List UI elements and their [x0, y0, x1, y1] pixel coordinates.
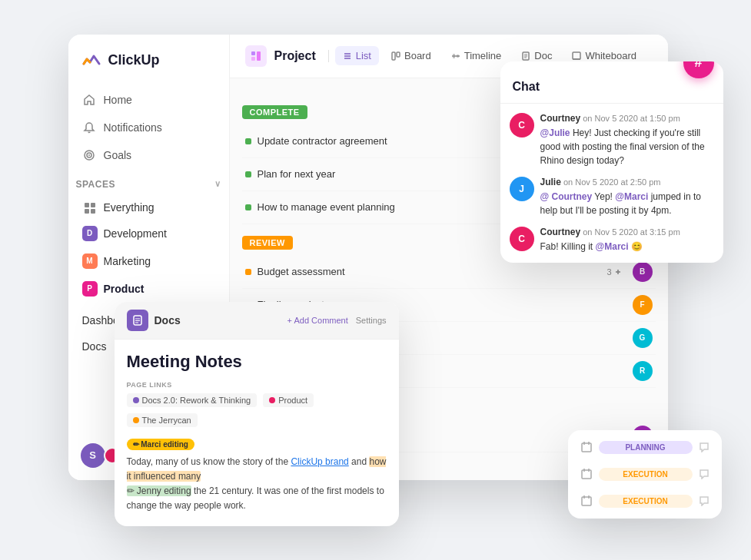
logo-area[interactable]: ClickUp: [68, 50, 229, 87]
sidebar-item-goals[interactable]: Goals: [75, 142, 223, 168]
tab-board-label: Board: [404, 50, 431, 61]
sprint-row: PLANNING: [574, 436, 716, 459]
docs-actions: + Add Comment Settings: [287, 316, 387, 325]
svg-rect-5: [85, 209, 89, 214]
svg-rect-36: [582, 497, 591, 505]
svg-rect-8: [251, 57, 255, 61]
avatar: R: [633, 361, 653, 381]
project-icon-box: [245, 45, 267, 67]
sidebar-item-home[interactable]: Home: [75, 87, 223, 113]
sprint-badge: EXECUTION: [599, 495, 693, 508]
tab-timeline[interactable]: Timeline: [444, 46, 510, 65]
app-container: ClickUp Home Notifications: [22, 19, 729, 542]
svg-rect-30: [582, 443, 591, 452]
tab-whiteboard-label: Whiteboard: [585, 50, 636, 61]
tab-list[interactable]: List: [335, 46, 379, 65]
sidebar-item-product[interactable]: P Product: [75, 276, 223, 302]
svg-rect-17: [457, 55, 459, 58]
chat-message: J Julie on Nov 5 2020 at 2:50 pm @ Court…: [510, 177, 714, 217]
sprint-panel: PLANNING EXECUTION EXECUTION: [568, 430, 722, 519]
sidebar-item-notifications[interactable]: Notifications: [75, 114, 223, 141]
tab-board[interactable]: Board: [384, 46, 439, 65]
docs-panel-header: Docs + Add Comment Settings: [115, 302, 399, 340]
chat-text: @Julie Hey! Just checking if you're stil…: [540, 126, 714, 167]
sidebar-item-everything[interactable]: Everything: [75, 194, 223, 220]
development-label: Development: [104, 227, 168, 240]
svg-rect-7: [251, 51, 255, 55]
page-link-dot: [269, 397, 275, 403]
page-link-item[interactable]: Product: [263, 393, 314, 407]
sidebar-goals-label: Goals: [104, 149, 132, 161]
page-links-label: PAGE LINKS: [127, 381, 387, 389]
goals-icon: [82, 148, 96, 162]
svg-point-2: [88, 154, 90, 156]
svg-rect-4: [91, 203, 95, 207]
sprint-row: EXECUTION: [574, 463, 716, 485]
sidebar-item-development[interactable]: D Development: [75, 220, 223, 247]
chat-message: C Courtney on Nov 5 2020 at 3:15 pm Fab!…: [510, 227, 714, 253]
spaces-chevron: ∨: [214, 179, 221, 189]
logo-text: ClickUp: [108, 52, 160, 68]
svg-rect-9: [257, 51, 261, 61]
docs-panel: Docs + Add Comment Settings Meeting Note…: [115, 302, 399, 526]
page-link-label: The Jerrycan: [142, 416, 191, 425]
chat-text: Fab! Killing it @Marci 😊: [540, 240, 680, 253]
page-link-item[interactable]: The Jerrycan: [127, 413, 198, 427]
product-label: Product: [104, 283, 145, 295]
calendar-icon: [580, 468, 593, 480]
page-link-item[interactable]: Docs 2.0: Rework & Thinking: [127, 393, 258, 407]
user-avatar-s: S: [81, 443, 105, 468]
page-links: Docs 2.0: Rework & Thinking Product The …: [127, 393, 387, 427]
chat-meta: Courtney on Nov 5 2020 at 1:50 pm: [540, 113, 714, 124]
avatar: G: [633, 328, 653, 348]
docs-header-title: Docs: [155, 314, 281, 326]
chat-msg-body: Julie on Nov 5 2020 at 2:50 pm @ Courtne…: [540, 177, 714, 217]
svg-rect-3: [85, 203, 89, 207]
docs-label: Docs: [82, 340, 107, 353]
svg-rect-33: [582, 470, 591, 479]
tab-timeline-label: Timeline: [464, 50, 502, 61]
svg-rect-22: [573, 52, 580, 59]
chat-meta: Courtney on Nov 5 2020 at 3:15 pm: [540, 227, 680, 237]
everything-icon: [82, 200, 98, 215]
comment-icon: [699, 469, 709, 479]
sprint-row: EXECUTION: [574, 490, 716, 512]
add-comment-btn[interactable]: + Add Comment: [287, 316, 348, 325]
task-dot: [245, 138, 251, 144]
spaces-header: Spaces ∨: [68, 170, 229, 194]
svg-rect-16: [453, 54, 455, 58]
tab-list-label: List: [356, 50, 371, 61]
docs-settings-btn[interactable]: Settings: [356, 316, 387, 325]
calendar-icon: [580, 495, 593, 507]
docs-title: Meeting Notes: [127, 352, 387, 372]
chat-text: @ Courtney Yep! @Marci jumped in to help…: [540, 190, 714, 217]
section-label-review: REVIEW: [242, 236, 293, 250]
sidebar-notifications-label: Notifications: [104, 121, 162, 134]
page-link-label: Docs 2.0: Rework & Thinking: [142, 396, 251, 405]
avatar: B: [633, 262, 653, 282]
task-badge: 3: [606, 267, 621, 277]
everything-label: Everything: [104, 201, 155, 214]
page-link-dot: [133, 397, 139, 403]
chat-avatar: J: [510, 177, 534, 201]
jenny-editing-badge: ✏ Jenny editing: [127, 485, 191, 496]
svg-rect-13: [392, 52, 395, 60]
chat-title: Chat: [513, 80, 540, 94]
docs-icon-box: [127, 310, 148, 331]
sidebar-home-label: Home: [104, 94, 132, 106]
page-link-dot: [133, 417, 139, 423]
product-icon: P: [82, 281, 98, 297]
task-dot: [245, 171, 251, 177]
chat-messages: C Courtney on Nov 5 2020 at 1:50 pm @Jul…: [500, 104, 723, 263]
sidebar-item-marketing[interactable]: M Marketing: [75, 248, 223, 274]
task-name: Budget assessment: [258, 266, 601, 277]
chat-msg-body: Courtney on Nov 5 2020 at 1:50 pm @Julie…: [540, 113, 714, 167]
chat-avatar: C: [510, 113, 534, 138]
svg-rect-14: [397, 52, 400, 57]
development-icon: D: [82, 226, 98, 241]
doc-link[interactable]: ClickUp brand: [291, 456, 348, 467]
docs-content: Meeting Notes PAGE LINKS Docs 2.0: Rewor…: [115, 340, 399, 526]
chat-panel: # Chat C Courtney on Nov 5 2020 at 1:50 …: [500, 61, 723, 263]
project-title: Project: [274, 49, 316, 63]
avatar: F: [633, 295, 653, 315]
